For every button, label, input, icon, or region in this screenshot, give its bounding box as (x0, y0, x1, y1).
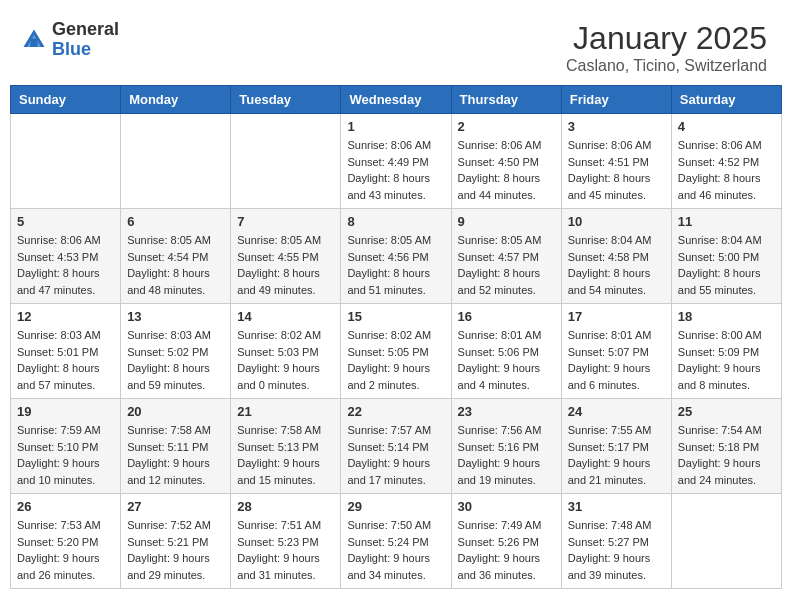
day-number: 19 (17, 404, 114, 419)
day-number: 6 (127, 214, 224, 229)
calendar-week-2: 5Sunrise: 8:06 AM Sunset: 4:53 PM Daylig… (11, 209, 782, 304)
day-info: Sunrise: 7:50 AM Sunset: 5:24 PM Dayligh… (347, 517, 444, 583)
day-info: Sunrise: 8:04 AM Sunset: 5:00 PM Dayligh… (678, 232, 775, 298)
day-info: Sunrise: 8:06 AM Sunset: 4:51 PM Dayligh… (568, 137, 665, 203)
day-info: Sunrise: 8:06 AM Sunset: 4:49 PM Dayligh… (347, 137, 444, 203)
calendar-cell: 13Sunrise: 8:03 AM Sunset: 5:02 PM Dayli… (121, 304, 231, 399)
calendar-cell: 31Sunrise: 7:48 AM Sunset: 5:27 PM Dayli… (561, 494, 671, 589)
calendar-cell (121, 114, 231, 209)
calendar-cell: 24Sunrise: 7:55 AM Sunset: 5:17 PM Dayli… (561, 399, 671, 494)
day-number: 25 (678, 404, 775, 419)
calendar-cell: 30Sunrise: 7:49 AM Sunset: 5:26 PM Dayli… (451, 494, 561, 589)
day-of-week-thursday: Thursday (451, 86, 561, 114)
logo-text: General Blue (52, 20, 119, 60)
day-number: 4 (678, 119, 775, 134)
calendar-cell: 3Sunrise: 8:06 AM Sunset: 4:51 PM Daylig… (561, 114, 671, 209)
page-header: General Blue January 2025 Caslano, Ticin… (10, 10, 782, 85)
day-number: 17 (568, 309, 665, 324)
day-info: Sunrise: 8:05 AM Sunset: 4:54 PM Dayligh… (127, 232, 224, 298)
day-info: Sunrise: 8:02 AM Sunset: 5:05 PM Dayligh… (347, 327, 444, 393)
day-info: Sunrise: 8:06 AM Sunset: 4:53 PM Dayligh… (17, 232, 114, 298)
day-info: Sunrise: 8:03 AM Sunset: 5:02 PM Dayligh… (127, 327, 224, 393)
day-info: Sunrise: 7:52 AM Sunset: 5:21 PM Dayligh… (127, 517, 224, 583)
calendar-cell: 6Sunrise: 8:05 AM Sunset: 4:54 PM Daylig… (121, 209, 231, 304)
calendar-cell: 8Sunrise: 8:05 AM Sunset: 4:56 PM Daylig… (341, 209, 451, 304)
title-area: January 2025 Caslano, Ticino, Switzerlan… (566, 20, 767, 75)
day-of-week-friday: Friday (561, 86, 671, 114)
day-info: Sunrise: 8:01 AM Sunset: 5:07 PM Dayligh… (568, 327, 665, 393)
day-info: Sunrise: 7:59 AM Sunset: 5:10 PM Dayligh… (17, 422, 114, 488)
logo: General Blue (20, 20, 119, 60)
calendar-cell: 23Sunrise: 7:56 AM Sunset: 5:16 PM Dayli… (451, 399, 561, 494)
day-info: Sunrise: 7:58 AM Sunset: 5:13 PM Dayligh… (237, 422, 334, 488)
calendar-cell: 16Sunrise: 8:01 AM Sunset: 5:06 PM Dayli… (451, 304, 561, 399)
day-number: 16 (458, 309, 555, 324)
calendar-week-4: 19Sunrise: 7:59 AM Sunset: 5:10 PM Dayli… (11, 399, 782, 494)
day-info: Sunrise: 7:53 AM Sunset: 5:20 PM Dayligh… (17, 517, 114, 583)
day-of-week-monday: Monday (121, 86, 231, 114)
day-info: Sunrise: 8:04 AM Sunset: 4:58 PM Dayligh… (568, 232, 665, 298)
day-number: 26 (17, 499, 114, 514)
day-number: 9 (458, 214, 555, 229)
calendar-cell: 14Sunrise: 8:02 AM Sunset: 5:03 PM Dayli… (231, 304, 341, 399)
day-info: Sunrise: 8:06 AM Sunset: 4:50 PM Dayligh… (458, 137, 555, 203)
calendar-cell: 5Sunrise: 8:06 AM Sunset: 4:53 PM Daylig… (11, 209, 121, 304)
day-of-week-wednesday: Wednesday (341, 86, 451, 114)
day-number: 10 (568, 214, 665, 229)
day-info: Sunrise: 7:48 AM Sunset: 5:27 PM Dayligh… (568, 517, 665, 583)
calendar-table: SundayMondayTuesdayWednesdayThursdayFrid… (10, 85, 782, 589)
calendar-cell: 4Sunrise: 8:06 AM Sunset: 4:52 PM Daylig… (671, 114, 781, 209)
day-info: Sunrise: 8:02 AM Sunset: 5:03 PM Dayligh… (237, 327, 334, 393)
logo-icon (20, 26, 48, 54)
calendar-cell: 2Sunrise: 8:06 AM Sunset: 4:50 PM Daylig… (451, 114, 561, 209)
calendar-cell: 15Sunrise: 8:02 AM Sunset: 5:05 PM Dayli… (341, 304, 451, 399)
day-info: Sunrise: 7:49 AM Sunset: 5:26 PM Dayligh… (458, 517, 555, 583)
calendar-cell (671, 494, 781, 589)
calendar-cell: 26Sunrise: 7:53 AM Sunset: 5:20 PM Dayli… (11, 494, 121, 589)
day-info: Sunrise: 7:58 AM Sunset: 5:11 PM Dayligh… (127, 422, 224, 488)
day-number: 24 (568, 404, 665, 419)
day-number: 8 (347, 214, 444, 229)
day-info: Sunrise: 8:06 AM Sunset: 4:52 PM Dayligh… (678, 137, 775, 203)
day-number: 22 (347, 404, 444, 419)
calendar-cell: 1Sunrise: 8:06 AM Sunset: 4:49 PM Daylig… (341, 114, 451, 209)
day-number: 13 (127, 309, 224, 324)
calendar-cell: 28Sunrise: 7:51 AM Sunset: 5:23 PM Dayli… (231, 494, 341, 589)
day-info: Sunrise: 8:05 AM Sunset: 4:55 PM Dayligh… (237, 232, 334, 298)
month-title: January 2025 (566, 20, 767, 57)
calendar-cell: 22Sunrise: 7:57 AM Sunset: 5:14 PM Dayli… (341, 399, 451, 494)
day-number: 12 (17, 309, 114, 324)
day-info: Sunrise: 8:00 AM Sunset: 5:09 PM Dayligh… (678, 327, 775, 393)
svg-rect-2 (31, 38, 38, 46)
day-of-week-saturday: Saturday (671, 86, 781, 114)
day-info: Sunrise: 8:05 AM Sunset: 4:57 PM Dayligh… (458, 232, 555, 298)
location: Caslano, Ticino, Switzerland (566, 57, 767, 75)
day-number: 20 (127, 404, 224, 419)
calendar-cell: 12Sunrise: 8:03 AM Sunset: 5:01 PM Dayli… (11, 304, 121, 399)
day-info: Sunrise: 7:57 AM Sunset: 5:14 PM Dayligh… (347, 422, 444, 488)
day-info: Sunrise: 7:54 AM Sunset: 5:18 PM Dayligh… (678, 422, 775, 488)
calendar-week-1: 1Sunrise: 8:06 AM Sunset: 4:49 PM Daylig… (11, 114, 782, 209)
day-info: Sunrise: 8:05 AM Sunset: 4:56 PM Dayligh… (347, 232, 444, 298)
calendar-cell: 27Sunrise: 7:52 AM Sunset: 5:21 PM Dayli… (121, 494, 231, 589)
day-number: 31 (568, 499, 665, 514)
calendar-cell: 11Sunrise: 8:04 AM Sunset: 5:00 PM Dayli… (671, 209, 781, 304)
day-number: 3 (568, 119, 665, 134)
calendar-cell: 21Sunrise: 7:58 AM Sunset: 5:13 PM Dayli… (231, 399, 341, 494)
calendar-week-3: 12Sunrise: 8:03 AM Sunset: 5:01 PM Dayli… (11, 304, 782, 399)
day-number: 18 (678, 309, 775, 324)
calendar-header-row: SundayMondayTuesdayWednesdayThursdayFrid… (11, 86, 782, 114)
day-number: 2 (458, 119, 555, 134)
calendar-cell: 9Sunrise: 8:05 AM Sunset: 4:57 PM Daylig… (451, 209, 561, 304)
day-info: Sunrise: 7:56 AM Sunset: 5:16 PM Dayligh… (458, 422, 555, 488)
day-number: 23 (458, 404, 555, 419)
calendar-cell: 25Sunrise: 7:54 AM Sunset: 5:18 PM Dayli… (671, 399, 781, 494)
day-number: 30 (458, 499, 555, 514)
day-info: Sunrise: 7:55 AM Sunset: 5:17 PM Dayligh… (568, 422, 665, 488)
logo-blue: Blue (52, 40, 119, 60)
calendar-cell: 19Sunrise: 7:59 AM Sunset: 5:10 PM Dayli… (11, 399, 121, 494)
calendar-cell (11, 114, 121, 209)
logo-general: General (52, 20, 119, 40)
day-number: 14 (237, 309, 334, 324)
day-info: Sunrise: 8:03 AM Sunset: 5:01 PM Dayligh… (17, 327, 114, 393)
